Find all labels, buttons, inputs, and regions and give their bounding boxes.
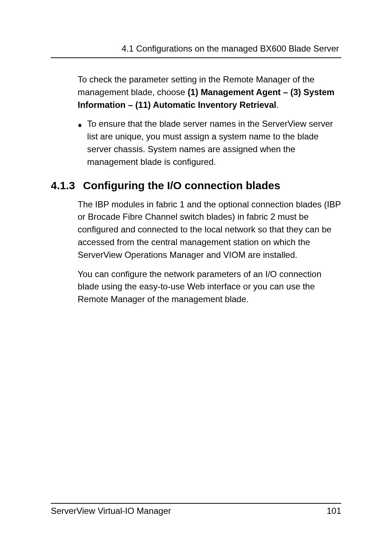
bullet-item: ● To ensure that the blade server names … xyxy=(78,118,341,168)
footer-left: ServerView Virtual-IO Manager xyxy=(51,506,171,516)
section-number: 4.1.3 xyxy=(51,179,75,192)
paragraph-intro: To check the parameter setting in the Re… xyxy=(78,73,341,111)
body-block: To check the parameter setting in the Re… xyxy=(51,73,341,169)
page: 4.1 Configurations on the managed BX600 … xyxy=(0,0,392,556)
section-para-1: The IBP modules in fabric 1 and the opti… xyxy=(78,198,341,261)
section-heading: 4.1.3 Configuring the I/O connection bla… xyxy=(51,179,341,192)
section-title: Configuring the I/O connection blades xyxy=(83,179,280,192)
footer-rule xyxy=(51,503,341,504)
running-head: 4.1 Configurations on the managed BX600 … xyxy=(51,44,341,54)
section-body: The IBP modules in fabric 1 and the opti… xyxy=(51,198,341,306)
header-rule xyxy=(51,57,341,58)
para1-part-b: . xyxy=(276,100,279,110)
footer-row: ServerView Virtual-IO Manager 101 xyxy=(51,506,341,516)
bullet-dot-icon: ● xyxy=(78,118,82,168)
bullet-text: To ensure that the blade server names in… xyxy=(87,118,341,168)
section-para-2: You can configure the network parameters… xyxy=(78,268,341,306)
footer: ServerView Virtual-IO Manager 101 xyxy=(51,503,341,516)
footer-page-number: 101 xyxy=(327,506,341,516)
